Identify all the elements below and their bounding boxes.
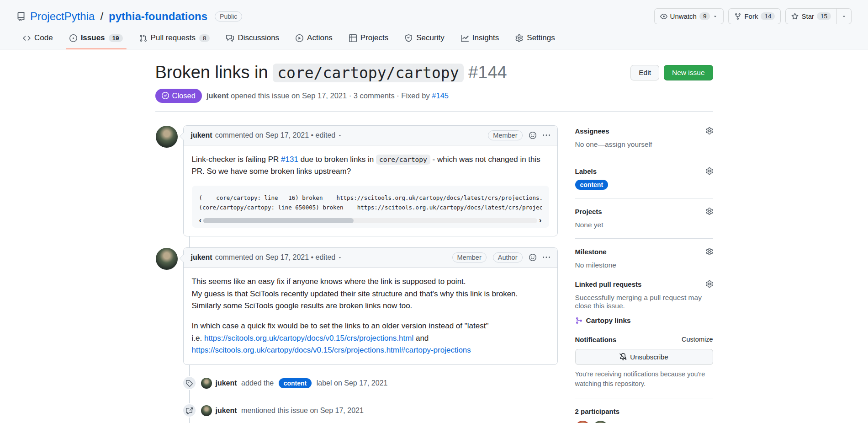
event-author-link[interactable]: jukent bbox=[216, 407, 237, 414]
scroll-right-arrow[interactable]: › bbox=[539, 217, 542, 224]
linked-pull-requests-section: Linked pull requests Successfully mergin… bbox=[575, 278, 713, 333]
notifications-note: You're receiving notifications because y… bbox=[575, 369, 713, 389]
tab-pull-requests[interactable]: Pull requests8 bbox=[133, 33, 217, 49]
comment-author-link[interactable]: jukent bbox=[191, 131, 212, 139]
linked-pr-link[interactable]: Cartopy links bbox=[575, 316, 713, 325]
horizontal-scrollbar: ‹ › bbox=[199, 217, 542, 224]
assign-yourself-link[interactable]: assign yourself bbox=[605, 140, 652, 148]
repo-owner-link[interactable]: ProjectPythia bbox=[30, 10, 95, 23]
gear-icon[interactable] bbox=[706, 280, 713, 288]
edited-dropdown-icon[interactable] bbox=[338, 133, 342, 138]
star-count: 15 bbox=[817, 12, 831, 20]
divider bbox=[155, 111, 713, 112]
tab-insights[interactable]: Insights bbox=[455, 33, 506, 49]
comment-paragraph: This seems like an easy fix if anyone kn… bbox=[192, 276, 549, 312]
tab-discussions[interactable]: Discussions bbox=[220, 33, 286, 49]
author-badge: Author bbox=[493, 252, 523, 262]
linked-pr-help-text: Successfully merging a pull request may … bbox=[575, 294, 702, 310]
tab-settings[interactable]: Settings bbox=[509, 33, 561, 49]
divider bbox=[575, 198, 713, 198]
chevron-down-icon bbox=[713, 14, 718, 19]
gear-icon[interactable] bbox=[706, 208, 713, 215]
member-badge: Member bbox=[488, 130, 522, 140]
comment-meta: commented on Sep 17, 2021 • edited bbox=[215, 253, 336, 262]
gear-icon[interactable] bbox=[706, 127, 713, 134]
scitools-link[interactable]: https://scitools.org.uk/cartopy/docs/v0.… bbox=[192, 346, 471, 354]
star-button[interactable]: Star 15 bbox=[785, 8, 837, 24]
avatar[interactable] bbox=[201, 405, 212, 416]
projects-section: Projects None yet bbox=[575, 206, 713, 237]
avatar[interactable] bbox=[156, 126, 178, 148]
issue-title-code: core/cartopy/cartopy bbox=[273, 64, 463, 82]
fork-icon bbox=[734, 13, 741, 20]
scrollbar-thumb[interactable] bbox=[203, 218, 354, 223]
comment-meta: commented on Sep 17, 2021 • edited bbox=[215, 131, 336, 139]
content-label[interactable]: content bbox=[279, 378, 312, 388]
fork-count: 14 bbox=[761, 12, 775, 20]
tab-actions[interactable]: Actions bbox=[289, 33, 339, 49]
reaction-button[interactable] bbox=[529, 132, 536, 139]
assignees-empty-text: No one— bbox=[575, 140, 605, 148]
unsubscribe-button[interactable]: Unsubscribe bbox=[575, 349, 713, 365]
visibility-badge: Public bbox=[215, 11, 242, 21]
comment: jukent commented on Sep 17, 2021 • edite… bbox=[183, 125, 558, 237]
tag-icon bbox=[182, 376, 196, 390]
avatar[interactable] bbox=[201, 378, 212, 389]
repo-icon bbox=[16, 12, 26, 21]
repo-name-link[interactable]: pythia-foundations bbox=[109, 10, 207, 23]
unwatch-button[interactable]: Unwatch 9 bbox=[654, 8, 724, 24]
issue-author-link[interactable]: jukent bbox=[206, 91, 229, 100]
scrollbar-track[interactable] bbox=[203, 218, 537, 223]
comment-author-link[interactable]: jukent bbox=[191, 253, 212, 262]
fork-button[interactable]: Fork 14 bbox=[728, 8, 781, 24]
customize-link[interactable]: Customize bbox=[682, 336, 713, 343]
participant-avatar[interactable] bbox=[575, 421, 590, 423]
issues-count: 19 bbox=[109, 34, 123, 42]
scroll-left-arrow[interactable]: ‹ bbox=[199, 217, 202, 224]
inline-code: core/cartopy bbox=[376, 155, 430, 165]
event-author-link[interactable]: jukent bbox=[216, 379, 237, 387]
gear-icon[interactable] bbox=[706, 167, 713, 175]
reaction-button[interactable] bbox=[529, 254, 536, 261]
tab-issues[interactable]: Issues19 bbox=[63, 33, 129, 49]
new-issue-button[interactable]: New issue bbox=[664, 65, 713, 80]
chevron-down-icon bbox=[842, 14, 847, 19]
issue-number: #144 bbox=[468, 63, 507, 82]
pr-link[interactable]: #131 bbox=[281, 155, 298, 164]
code-icon bbox=[23, 34, 31, 42]
star-dropdown-button[interactable] bbox=[837, 8, 852, 24]
timeline-mention-event: jukent mentioned this issue on Sep 17, 2… bbox=[155, 403, 558, 418]
tab-code[interactable]: Code bbox=[16, 33, 59, 49]
kebab-icon bbox=[543, 132, 550, 139]
repo-nav-tabs: Code Issues19 Pull requests8 Discussions… bbox=[16, 33, 852, 49]
kebab-menu-button[interactable] bbox=[543, 132, 550, 139]
fixed-by-link[interactable]: #145 bbox=[432, 91, 449, 100]
scitools-link[interactable]: https://scitools.org.uk/cartopy/docs/v0.… bbox=[204, 334, 413, 343]
kebab-icon bbox=[543, 254, 550, 261]
git-merge-icon bbox=[575, 317, 582, 324]
edited-dropdown-icon[interactable] bbox=[338, 255, 342, 260]
milestone-section: Milestone No milestone bbox=[575, 246, 713, 278]
issue-opened-text: opened this issue on Sep 17, 2021 · 3 co… bbox=[231, 91, 430, 100]
labels-section: Labels content bbox=[575, 166, 713, 197]
gear-icon[interactable] bbox=[706, 248, 713, 255]
comment: jukent commented on Sep 17, 2021 • edite… bbox=[183, 247, 558, 365]
divider bbox=[575, 158, 713, 158]
issue-title: Broken links in core/cartopy/cartopy #14… bbox=[155, 62, 507, 83]
avatar[interactable] bbox=[156, 248, 178, 270]
edit-button[interactable]: Edit bbox=[630, 65, 659, 80]
milestone-empty-text: No milestone bbox=[575, 261, 616, 269]
issue-state-badge: Closed bbox=[155, 89, 202, 103]
unwatch-count: 9 bbox=[699, 12, 710, 20]
participant-avatar[interactable] bbox=[593, 421, 608, 423]
gear-icon bbox=[515, 34, 523, 42]
cross-reference-icon bbox=[182, 403, 196, 418]
issue-closed-icon bbox=[162, 92, 169, 99]
smiley-icon bbox=[529, 132, 536, 139]
tab-security[interactable]: Security bbox=[398, 33, 450, 49]
fork-label: Fork bbox=[744, 12, 758, 20]
kebab-menu-button[interactable] bbox=[543, 254, 550, 261]
content-label[interactable]: content bbox=[575, 180, 609, 190]
tab-projects[interactable]: Projects bbox=[343, 33, 395, 49]
play-circle-icon bbox=[296, 34, 303, 42]
